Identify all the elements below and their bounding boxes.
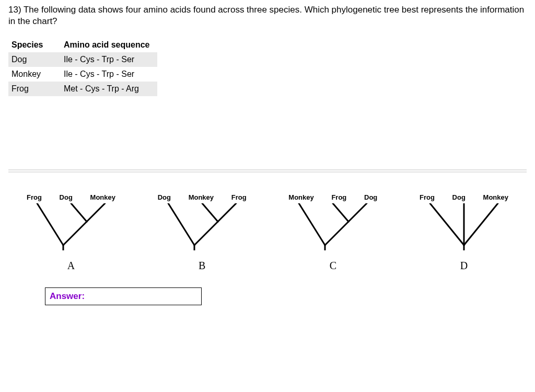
answer-input[interactable]: Answer: (45, 287, 202, 305)
svg-line-7 (194, 222, 218, 245)
horizontal-divider (8, 169, 527, 172)
option-d: Frog Dog Monkey D (412, 193, 516, 272)
svg-line-17 (464, 203, 498, 245)
option-letter: C (330, 260, 336, 272)
option-a: Frog Dog Monkey A (19, 193, 123, 272)
taxon-label: Frog (27, 193, 42, 201)
phylo-tree-icon (420, 203, 508, 250)
svg-line-6 (218, 203, 236, 222)
species-table: Species Amino acid sequence Dog Ile - Cy… (8, 38, 157, 96)
cell-species: Dog (8, 52, 61, 67)
taxon-label: Monkey (90, 193, 115, 201)
taxon-label: Frog (420, 193, 435, 201)
taxon-label: Dog (158, 193, 171, 201)
taxon-label: Dog (60, 193, 73, 201)
svg-line-12 (325, 222, 348, 245)
svg-line-8 (168, 203, 194, 245)
svg-line-10 (333, 203, 348, 222)
cell-sequence: Ile - Cys - Trp - Ser (61, 67, 157, 82)
table-header-sequence: Amino acid sequence (61, 38, 157, 52)
option-letter: B (199, 260, 205, 272)
table-row: Frog Met - Cys - Trp - Arg (8, 82, 157, 96)
taxon-label: Frog (231, 193, 247, 201)
cell-species: Frog (8, 82, 61, 96)
taxon-label: Dog (452, 193, 466, 201)
phylo-tree-icon (27, 203, 115, 250)
option-b: Dog Monkey Frog B (150, 193, 254, 272)
svg-line-0 (71, 203, 87, 222)
taxon-label: Monkey (483, 193, 508, 201)
phylo-tree-icon (288, 203, 377, 250)
option-c: Monkey Frog Dog C (281, 193, 385, 272)
option-letter: D (460, 260, 468, 272)
taxon-label: Frog (331, 193, 346, 201)
svg-line-13 (299, 203, 325, 245)
svg-line-11 (348, 203, 367, 222)
cell-species: Monkey (8, 67, 61, 82)
table-row: Dog Ile - Cys - Trp - Ser (8, 52, 157, 67)
taxon-label: Monkey (189, 193, 214, 201)
table-header-species: Species (8, 38, 61, 52)
svg-line-3 (37, 203, 63, 245)
svg-line-1 (87, 203, 105, 222)
question-text: 13) The following data shows four amino … (8, 4, 527, 27)
answer-label: Answer: (50, 291, 85, 302)
cell-sequence: Ile - Cys - Trp - Ser (61, 52, 157, 67)
svg-line-15 (430, 203, 464, 245)
svg-line-2 (63, 222, 87, 245)
svg-line-5 (202, 203, 218, 222)
taxon-label: Dog (364, 193, 377, 201)
cell-sequence: Met - Cys - Trp - Arg (61, 82, 157, 96)
taxon-label: Monkey (288, 193, 313, 201)
phylo-tree-icon (158, 203, 247, 250)
options-row: Frog Dog Monkey A Dog Monkey Frog (8, 193, 527, 272)
option-letter: A (67, 260, 75, 272)
table-row: Monkey Ile - Cys - Trp - Ser (8, 67, 157, 82)
